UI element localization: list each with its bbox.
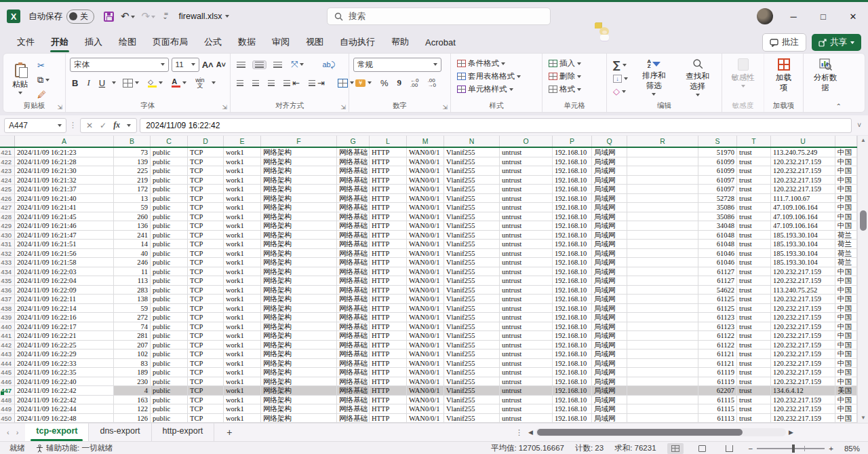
ribbon-tab-插入[interactable]: 插入 bbox=[77, 33, 110, 52]
cell[interactable]: public bbox=[151, 203, 188, 212]
cell[interactable]: WAN0/0/1 bbox=[407, 240, 444, 249]
cell[interactable]: Vlanif255 bbox=[444, 157, 500, 167]
cell[interactable]: 54622 bbox=[698, 286, 737, 295]
cell[interactable]: 120.232.217.159 bbox=[771, 157, 835, 167]
cell[interactable]: Vlanif255 bbox=[444, 231, 500, 240]
cell[interactable]: 局域网 bbox=[592, 349, 627, 359]
cell[interactable]: WAN0/0/1 bbox=[407, 176, 444, 185]
cell[interactable]: TCP bbox=[188, 176, 224, 185]
cell[interactable] bbox=[627, 404, 698, 414]
cell[interactable]: 272 bbox=[114, 313, 151, 322]
cell[interactable]: 2024/11/09 16:22:29 bbox=[15, 349, 114, 359]
decrease-decimal-button[interactable]: .00→0 bbox=[426, 77, 438, 88]
cell[interactable]: 2024/11/09 16:21:45 bbox=[15, 212, 114, 222]
cell[interactable]: untrust bbox=[500, 396, 553, 405]
cell[interactable]: 120.232.217.159 bbox=[771, 331, 835, 341]
cell[interactable]: 2024/11/09 16:21:32 bbox=[15, 176, 114, 185]
cell[interactable]: 中国 bbox=[835, 414, 857, 423]
cell[interactable]: trust bbox=[737, 341, 771, 350]
cell[interactable]: 192.168.10 bbox=[553, 212, 592, 222]
cell[interactable]: 网络架构 bbox=[261, 404, 337, 414]
cell[interactable]: TCP bbox=[188, 231, 224, 240]
format-painter-button[interactable]: 🖉 bbox=[35, 89, 52, 100]
cell[interactable]: trust bbox=[737, 396, 771, 405]
cell[interactable]: 192.168.10 bbox=[553, 258, 592, 267]
cell[interactable]: 113 bbox=[114, 276, 151, 286]
cell[interactable]: public bbox=[151, 414, 188, 423]
cell[interactable]: WAN0/0/1 bbox=[407, 359, 444, 368]
scroll-right-icon[interactable]: ▶ bbox=[789, 429, 793, 436]
cell[interactable]: 2024/11/09 16:21:56 bbox=[15, 249, 114, 259]
cell[interactable]: 局域网 bbox=[592, 377, 627, 387]
cell[interactable]: HTTP bbox=[370, 221, 407, 231]
cell[interactable]: TCP bbox=[188, 267, 224, 277]
cell[interactable]: 192.168.10 bbox=[553, 194, 592, 204]
column-header-C[interactable]: C bbox=[151, 136, 188, 147]
cell[interactable] bbox=[627, 166, 698, 176]
cell[interactable]: TCP bbox=[188, 386, 224, 396]
row-header-444[interactable]: 444 bbox=[0, 359, 15, 368]
cell[interactable]: 192.168.10 bbox=[553, 276, 592, 286]
number-dialog-launcher[interactable]: ⇲ bbox=[442, 104, 448, 111]
undo-button[interactable]: ↶ bbox=[121, 10, 135, 22]
cell[interactable]: 网络架构 bbox=[261, 386, 337, 396]
cell[interactable]: 局域网 bbox=[592, 249, 627, 259]
cell[interactable]: public bbox=[151, 341, 188, 350]
cell[interactable]: 192.168.10 bbox=[553, 240, 592, 249]
cell[interactable]: public bbox=[151, 267, 188, 277]
cell[interactable]: 2024/11/09 16:21:47 bbox=[15, 231, 114, 240]
cell[interactable]: 138 bbox=[114, 295, 151, 304]
cell[interactable]: public bbox=[151, 286, 188, 295]
cell[interactable]: 172 bbox=[114, 185, 151, 194]
cell[interactable]: Vlanif255 bbox=[444, 176, 500, 185]
cell[interactable]: 2024/11/09 16:21:40 bbox=[15, 194, 114, 204]
cell[interactable]: 13 bbox=[114, 194, 151, 204]
find-select-button[interactable]: 查找和选择 bbox=[678, 57, 718, 98]
cell[interactable]: 网络架构 bbox=[261, 221, 337, 231]
cell[interactable]: public bbox=[151, 231, 188, 240]
cell[interactable]: 局域网 bbox=[592, 286, 627, 295]
column-header-T[interactable]: T bbox=[737, 136, 771, 147]
cell[interactable]: work1 bbox=[224, 194, 261, 204]
cell[interactable]: HTTP bbox=[370, 396, 407, 405]
cell[interactable]: HTTP bbox=[370, 249, 407, 259]
cell[interactable]: 网络架构 bbox=[261, 203, 337, 212]
comments-button[interactable]: 批注 bbox=[762, 33, 806, 52]
cell[interactable]: 网络架构 bbox=[261, 176, 337, 185]
cell[interactable]: WAN0/0/1 bbox=[407, 212, 444, 222]
row-header-439[interactable]: 439 bbox=[0, 313, 15, 322]
cell[interactable]: 283 bbox=[114, 286, 151, 295]
cell[interactable]: TCP bbox=[188, 331, 224, 341]
decrease-font-button[interactable]: A˅ bbox=[216, 61, 226, 69]
cell[interactable]: untrust bbox=[500, 313, 553, 322]
cell[interactable]: 网络架构 bbox=[261, 349, 337, 359]
cell[interactable]: public bbox=[151, 240, 188, 249]
cell[interactable]: untrust bbox=[500, 276, 553, 286]
cell[interactable]: 2024/11/09 16:22:16 bbox=[15, 313, 114, 322]
alignment-dialog-launcher[interactable]: ⇲ bbox=[340, 104, 346, 111]
cell[interactable]: public bbox=[151, 404, 188, 414]
cell[interactable]: 局域网 bbox=[592, 194, 627, 204]
cell[interactable]: 61127 bbox=[698, 267, 737, 277]
cell[interactable]: TCP bbox=[188, 249, 224, 259]
cell[interactable]: 111.7.100.67 bbox=[771, 194, 835, 204]
cell[interactable]: 113.240.75.249 bbox=[771, 148, 835, 157]
cell[interactable]: 192.168.10 bbox=[553, 349, 592, 359]
cell[interactable]: HTTP bbox=[370, 212, 407, 222]
cell[interactable]: trust bbox=[737, 359, 771, 368]
cell[interactable]: public bbox=[151, 386, 188, 396]
row-header-434[interactable]: 434 bbox=[0, 267, 15, 277]
cell[interactable]: 61048 bbox=[698, 231, 737, 240]
cell[interactable]: 120.232.217.159 bbox=[771, 313, 835, 322]
cell[interactable]: 192.168.10 bbox=[553, 286, 592, 295]
cell[interactable]: 163 bbox=[114, 396, 151, 405]
cell[interactable]: 网络基础 bbox=[337, 276, 370, 286]
row-header-441[interactable]: 441 bbox=[0, 331, 15, 341]
cell[interactable]: untrust bbox=[500, 322, 553, 332]
cell[interactable]: 网络架构 bbox=[261, 286, 337, 295]
cell[interactable]: 网络架构 bbox=[261, 341, 337, 350]
cell[interactable]: 中国 bbox=[835, 194, 857, 204]
cell[interactable]: 中国 bbox=[835, 157, 857, 167]
row-header-443[interactable]: 443 bbox=[0, 349, 15, 359]
cell[interactable]: 网络基础 bbox=[337, 359, 370, 368]
